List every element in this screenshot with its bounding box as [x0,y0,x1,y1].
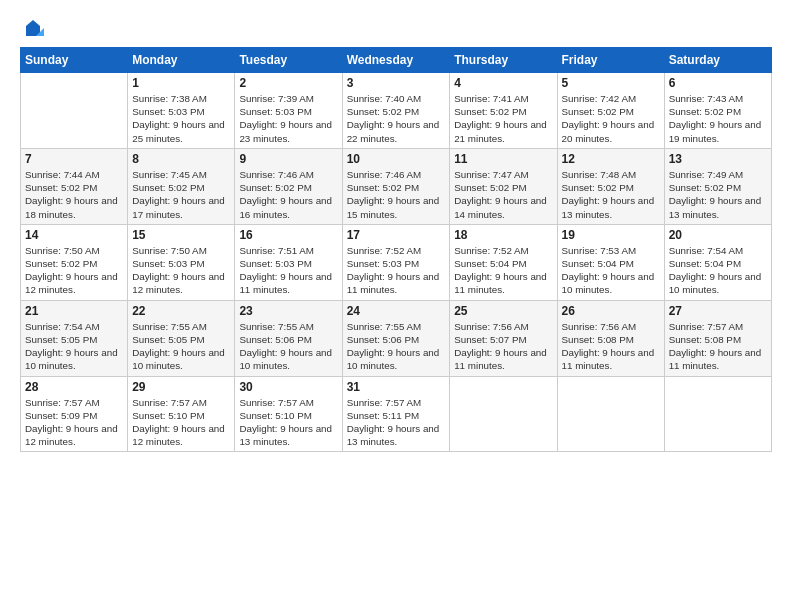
calendar-header-row: SundayMondayTuesdayWednesdayThursdayFrid… [21,48,772,73]
day-info: Sunrise: 7:46 AMSunset: 5:02 PMDaylight:… [239,168,337,221]
day-info: Sunrise: 7:38 AMSunset: 5:03 PMDaylight:… [132,92,230,145]
day-number: 16 [239,228,337,242]
day-number: 4 [454,76,552,90]
header [20,18,772,37]
day-info: Sunrise: 7:52 AMSunset: 5:04 PMDaylight:… [454,244,552,297]
calendar-cell: 4Sunrise: 7:41 AMSunset: 5:02 PMDaylight… [450,73,557,149]
calendar-cell: 30Sunrise: 7:57 AMSunset: 5:10 PMDayligh… [235,376,342,452]
day-info: Sunrise: 7:45 AMSunset: 5:02 PMDaylight:… [132,168,230,221]
day-number: 5 [562,76,660,90]
calendar-cell: 3Sunrise: 7:40 AMSunset: 5:02 PMDaylight… [342,73,450,149]
day-of-week-header: Tuesday [235,48,342,73]
calendar-cell: 25Sunrise: 7:56 AMSunset: 5:07 PMDayligh… [450,300,557,376]
calendar-cell [664,376,771,452]
calendar-cell: 6Sunrise: 7:43 AMSunset: 5:02 PMDaylight… [664,73,771,149]
day-info: Sunrise: 7:43 AMSunset: 5:02 PMDaylight:… [669,92,767,145]
day-info: Sunrise: 7:50 AMSunset: 5:02 PMDaylight:… [25,244,123,297]
day-info: Sunrise: 7:46 AMSunset: 5:02 PMDaylight:… [347,168,446,221]
calendar-week-row: 14Sunrise: 7:50 AMSunset: 5:02 PMDayligh… [21,224,772,300]
calendar-week-row: 7Sunrise: 7:44 AMSunset: 5:02 PMDaylight… [21,148,772,224]
day-info: Sunrise: 7:47 AMSunset: 5:02 PMDaylight:… [454,168,552,221]
day-number: 13 [669,152,767,166]
day-info: Sunrise: 7:51 AMSunset: 5:03 PMDaylight:… [239,244,337,297]
day-info: Sunrise: 7:42 AMSunset: 5:02 PMDaylight:… [562,92,660,145]
day-info: Sunrise: 7:55 AMSunset: 5:06 PMDaylight:… [347,320,446,373]
calendar-cell: 15Sunrise: 7:50 AMSunset: 5:03 PMDayligh… [128,224,235,300]
calendar-cell: 7Sunrise: 7:44 AMSunset: 5:02 PMDaylight… [21,148,128,224]
day-number: 3 [347,76,446,90]
page: SundayMondayTuesdayWednesdayThursdayFrid… [0,0,792,612]
calendar-cell: 17Sunrise: 7:52 AMSunset: 5:03 PMDayligh… [342,224,450,300]
calendar-cell: 2Sunrise: 7:39 AMSunset: 5:03 PMDaylight… [235,73,342,149]
day-number: 11 [454,152,552,166]
day-number: 7 [25,152,123,166]
calendar-cell: 1Sunrise: 7:38 AMSunset: 5:03 PMDaylight… [128,73,235,149]
day-of-week-header: Saturday [664,48,771,73]
day-info: Sunrise: 7:55 AMSunset: 5:06 PMDaylight:… [239,320,337,373]
day-info: Sunrise: 7:54 AMSunset: 5:04 PMDaylight:… [669,244,767,297]
day-number: 28 [25,380,123,394]
day-number: 6 [669,76,767,90]
day-info: Sunrise: 7:57 AMSunset: 5:11 PMDaylight:… [347,396,446,449]
day-info: Sunrise: 7:39 AMSunset: 5:03 PMDaylight:… [239,92,337,145]
calendar-cell: 22Sunrise: 7:55 AMSunset: 5:05 PMDayligh… [128,300,235,376]
day-number: 12 [562,152,660,166]
day-of-week-header: Sunday [21,48,128,73]
calendar-week-row: 28Sunrise: 7:57 AMSunset: 5:09 PMDayligh… [21,376,772,452]
day-number: 14 [25,228,123,242]
calendar-cell: 29Sunrise: 7:57 AMSunset: 5:10 PMDayligh… [128,376,235,452]
day-info: Sunrise: 7:52 AMSunset: 5:03 PMDaylight:… [347,244,446,297]
day-info: Sunrise: 7:57 AMSunset: 5:08 PMDaylight:… [669,320,767,373]
day-info: Sunrise: 7:44 AMSunset: 5:02 PMDaylight:… [25,168,123,221]
day-number: 29 [132,380,230,394]
day-number: 2 [239,76,337,90]
day-number: 10 [347,152,446,166]
calendar-cell: 28Sunrise: 7:57 AMSunset: 5:09 PMDayligh… [21,376,128,452]
day-info: Sunrise: 7:48 AMSunset: 5:02 PMDaylight:… [562,168,660,221]
day-number: 31 [347,380,446,394]
calendar-cell: 9Sunrise: 7:46 AMSunset: 5:02 PMDaylight… [235,148,342,224]
calendar-cell: 27Sunrise: 7:57 AMSunset: 5:08 PMDayligh… [664,300,771,376]
day-number: 8 [132,152,230,166]
calendar-cell [557,376,664,452]
day-number: 27 [669,304,767,318]
calendar-cell: 18Sunrise: 7:52 AMSunset: 5:04 PMDayligh… [450,224,557,300]
day-info: Sunrise: 7:55 AMSunset: 5:05 PMDaylight:… [132,320,230,373]
day-number: 25 [454,304,552,318]
day-number: 15 [132,228,230,242]
day-number: 1 [132,76,230,90]
day-number: 30 [239,380,337,394]
day-number: 26 [562,304,660,318]
day-of-week-header: Wednesday [342,48,450,73]
day-info: Sunrise: 7:40 AMSunset: 5:02 PMDaylight:… [347,92,446,145]
calendar-cell: 23Sunrise: 7:55 AMSunset: 5:06 PMDayligh… [235,300,342,376]
day-info: Sunrise: 7:53 AMSunset: 5:04 PMDaylight:… [562,244,660,297]
calendar-cell: 16Sunrise: 7:51 AMSunset: 5:03 PMDayligh… [235,224,342,300]
day-info: Sunrise: 7:56 AMSunset: 5:07 PMDaylight:… [454,320,552,373]
day-number: 17 [347,228,446,242]
day-number: 9 [239,152,337,166]
calendar-cell [21,73,128,149]
day-number: 18 [454,228,552,242]
calendar-table: SundayMondayTuesdayWednesdayThursdayFrid… [20,47,772,452]
logo-icon [22,18,44,40]
calendar-cell [450,376,557,452]
calendar-cell: 12Sunrise: 7:48 AMSunset: 5:02 PMDayligh… [557,148,664,224]
svg-marker-0 [26,20,40,36]
calendar-cell: 24Sunrise: 7:55 AMSunset: 5:06 PMDayligh… [342,300,450,376]
logo [20,18,44,37]
calendar-cell: 14Sunrise: 7:50 AMSunset: 5:02 PMDayligh… [21,224,128,300]
day-info: Sunrise: 7:57 AMSunset: 5:09 PMDaylight:… [25,396,123,449]
calendar-cell: 10Sunrise: 7:46 AMSunset: 5:02 PMDayligh… [342,148,450,224]
calendar-cell: 19Sunrise: 7:53 AMSunset: 5:04 PMDayligh… [557,224,664,300]
day-number: 22 [132,304,230,318]
day-info: Sunrise: 7:54 AMSunset: 5:05 PMDaylight:… [25,320,123,373]
day-number: 24 [347,304,446,318]
day-number: 21 [25,304,123,318]
calendar-cell: 21Sunrise: 7:54 AMSunset: 5:05 PMDayligh… [21,300,128,376]
day-number: 19 [562,228,660,242]
day-of-week-header: Monday [128,48,235,73]
calendar-week-row: 1Sunrise: 7:38 AMSunset: 5:03 PMDaylight… [21,73,772,149]
day-of-week-header: Friday [557,48,664,73]
day-info: Sunrise: 7:57 AMSunset: 5:10 PMDaylight:… [132,396,230,449]
